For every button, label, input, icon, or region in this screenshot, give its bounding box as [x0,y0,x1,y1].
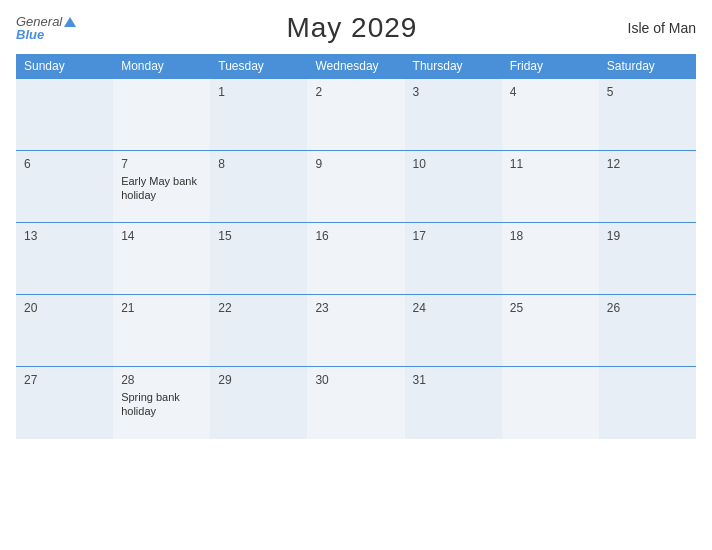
day-number: 2 [315,85,396,99]
week-row-4: 2728Spring bank holiday293031 [16,367,696,439]
weekday-header-saturday: Saturday [599,54,696,79]
calendar-cell: 27 [16,367,113,439]
calendar-cell: 6 [16,151,113,223]
calendar-cell: 23 [307,295,404,367]
calendar-cell: 25 [502,295,599,367]
weekday-header-row: SundayMondayTuesdayWednesdayThursdayFrid… [16,54,696,79]
day-number: 18 [510,229,591,243]
week-row-3: 20212223242526 [16,295,696,367]
calendar-cell [502,367,599,439]
day-number: 14 [121,229,202,243]
day-number: 6 [24,157,105,171]
week-row-0: 12345 [16,79,696,151]
event-label: Early May bank holiday [121,175,197,201]
calendar-cell: 13 [16,223,113,295]
calendar-table: SundayMondayTuesdayWednesdayThursdayFrid… [16,54,696,439]
day-number: 11 [510,157,591,171]
calendar-page: General Blue May 2029 Isle of Man Sunday… [0,0,712,550]
day-number: 16 [315,229,396,243]
day-number: 13 [24,229,105,243]
calendar-cell [16,79,113,151]
weekday-header-tuesday: Tuesday [210,54,307,79]
calendar-cell: 3 [405,79,502,151]
day-number: 25 [510,301,591,315]
calendar-cell: 31 [405,367,502,439]
calendar-cell: 8 [210,151,307,223]
weekday-header-wednesday: Wednesday [307,54,404,79]
day-number: 9 [315,157,396,171]
calendar-cell: 10 [405,151,502,223]
calendar-cell [113,79,210,151]
day-number: 29 [218,373,299,387]
calendar-cell: 4 [502,79,599,151]
day-number: 3 [413,85,494,99]
calendar-cell: 20 [16,295,113,367]
calendar-cell [599,367,696,439]
day-number: 24 [413,301,494,315]
event-label: Spring bank holiday [121,391,180,417]
day-number: 8 [218,157,299,171]
weekday-header-monday: Monday [113,54,210,79]
calendar-cell: 11 [502,151,599,223]
day-number: 15 [218,229,299,243]
calendar-cell: 1 [210,79,307,151]
calendar-cell: 7Early May bank holiday [113,151,210,223]
day-number: 12 [607,157,688,171]
weekday-header-sunday: Sunday [16,54,113,79]
calendar-cell: 16 [307,223,404,295]
week-row-2: 13141516171819 [16,223,696,295]
calendar-cell: 28Spring bank holiday [113,367,210,439]
day-number: 31 [413,373,494,387]
day-number: 17 [413,229,494,243]
day-number: 20 [24,301,105,315]
day-number: 22 [218,301,299,315]
calendar-cell: 26 [599,295,696,367]
calendar-cell: 21 [113,295,210,367]
day-number: 27 [24,373,105,387]
calendar-title: May 2029 [286,12,417,44]
day-number: 23 [315,301,396,315]
logo-blue-text: Blue [16,28,76,41]
calendar-cell: 17 [405,223,502,295]
day-number: 5 [607,85,688,99]
day-number: 19 [607,229,688,243]
day-number: 21 [121,301,202,315]
calendar-cell: 12 [599,151,696,223]
region-label: Isle of Man [628,20,696,36]
day-number: 10 [413,157,494,171]
calendar-cell: 29 [210,367,307,439]
calendar-cell: 18 [502,223,599,295]
logo: General Blue [16,15,76,41]
calendar-cell: 9 [307,151,404,223]
day-number: 4 [510,85,591,99]
logo-triangle-icon [64,17,76,27]
day-number: 28 [121,373,202,387]
calendar-cell: 5 [599,79,696,151]
weekday-header-thursday: Thursday [405,54,502,79]
calendar-header: SundayMondayTuesdayWednesdayThursdayFrid… [16,54,696,79]
weekday-header-friday: Friday [502,54,599,79]
day-number: 1 [218,85,299,99]
day-number: 26 [607,301,688,315]
calendar-cell: 30 [307,367,404,439]
calendar-cell: 14 [113,223,210,295]
day-number: 7 [121,157,202,171]
calendar-cell: 24 [405,295,502,367]
calendar-body: 1234567Early May bank holiday89101112131… [16,79,696,439]
week-row-1: 67Early May bank holiday89101112 [16,151,696,223]
day-number: 30 [315,373,396,387]
calendar-cell: 15 [210,223,307,295]
calendar-cell: 19 [599,223,696,295]
calendar-cell: 22 [210,295,307,367]
page-header: General Blue May 2029 Isle of Man [16,12,696,44]
calendar-cell: 2 [307,79,404,151]
